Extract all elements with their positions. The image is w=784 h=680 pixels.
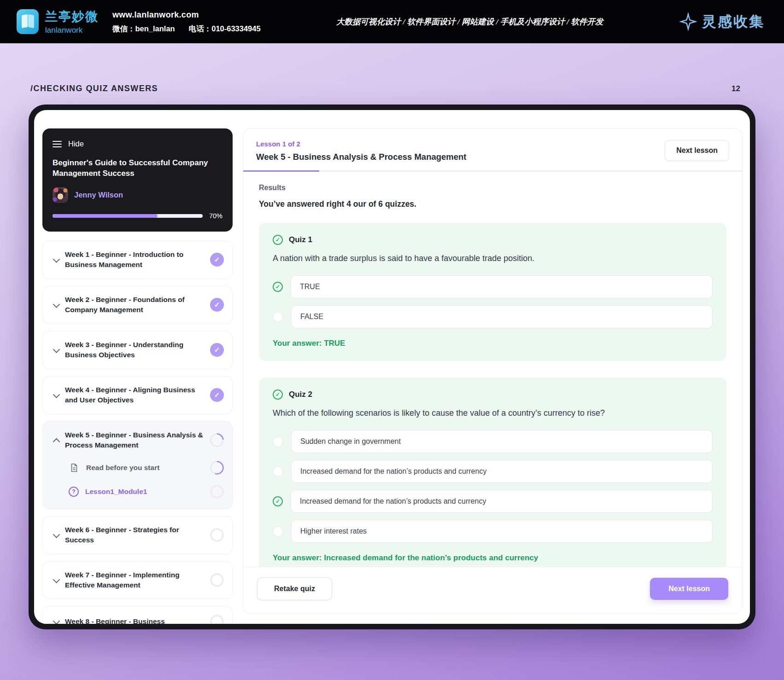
brand-block: 兰亭妙微 lanlanwork bbox=[17, 8, 99, 35]
chevron-down-icon[interactable] bbox=[50, 619, 62, 624]
week-row[interactable]: Week 4 - Beginner - Aligning Business an… bbox=[50, 385, 224, 406]
hamburger-icon[interactable] bbox=[53, 141, 62, 147]
week-label: Week 4 - Beginner - Aligning Business an… bbox=[65, 385, 207, 406]
option-box[interactable]: Sudden change in government bbox=[291, 430, 713, 453]
week-row[interactable]: Week 2 - Beginner - Foundations of Compa… bbox=[50, 295, 224, 315]
chevron-down-icon[interactable] bbox=[50, 533, 62, 538]
sidebar-week-item[interactable]: Week 6 - Beginner - Strategies for Succe… bbox=[42, 516, 233, 554]
week-label: Week 5 - Beginner - Business Analysis & … bbox=[65, 430, 207, 451]
option-box[interactable]: Increased demand for the nation’s produc… bbox=[291, 490, 713, 513]
week-progress-complete-icon bbox=[210, 298, 224, 312]
results-heading: Results bbox=[259, 184, 726, 192]
week-progress-complete-icon bbox=[210, 388, 224, 402]
week-label: Week 1 - Beginner - Introduction to Busi… bbox=[65, 250, 207, 270]
quiz-results-area: Results You’ve answered right 4 our of 6… bbox=[243, 172, 742, 567]
quiz-name: Quiz 1 bbox=[289, 235, 312, 244]
option-box[interactable]: TRUE bbox=[291, 275, 713, 298]
sidebar-week-item[interactable]: Week 5 - Beginner - Business Analysis & … bbox=[42, 421, 233, 509]
week-row[interactable]: Week 5 - Beginner - Business Analysis & … bbox=[50, 430, 224, 451]
week-label: Week 8 - Beginner - Business bbox=[65, 616, 207, 624]
option-radio-icon[interactable] bbox=[273, 526, 283, 537]
quiz-option-row: Sudden change in government bbox=[273, 430, 713, 453]
option-radio-icon[interactable] bbox=[273, 466, 283, 477]
quiz-header: Quiz 2 bbox=[273, 389, 713, 400]
option-selected-check-icon[interactable] bbox=[273, 282, 283, 292]
week-label: Week 7 - Beginner - Implementing Effecti… bbox=[65, 570, 207, 591]
lesson-footer: Retake quiz Next lesson bbox=[243, 567, 742, 613]
chevron-down-icon[interactable] bbox=[50, 257, 62, 262]
next-lesson-button-bottom[interactable]: Next lesson bbox=[650, 578, 728, 600]
instructor-name[interactable]: Jenny Wilson bbox=[74, 191, 123, 199]
progress-fill bbox=[53, 214, 158, 218]
sidebar-week-item[interactable]: Week 8 - Beginner - Business bbox=[42, 606, 233, 624]
week-progress-empty-icon bbox=[210, 615, 224, 624]
week-progress-complete-icon bbox=[210, 343, 224, 357]
lesson-title: Week 5 - Business Analysis & Process Man… bbox=[256, 152, 467, 162]
section-label: /CHECKING QUIZ ANSWERS bbox=[30, 84, 158, 93]
sidebar-week-item[interactable]: Week 1 - Beginner - Introduction to Busi… bbox=[42, 241, 233, 279]
week-progress-empty-icon bbox=[210, 528, 224, 542]
week-row[interactable]: Week 6 - Beginner - Strategies for Succe… bbox=[50, 525, 224, 546]
chevron-down-icon[interactable] bbox=[50, 302, 62, 308]
course-sidebar: Hide Beginner's Guide to Successful Comp… bbox=[42, 128, 233, 624]
quiz-card: Quiz 2Which of the following scenarios i… bbox=[259, 378, 726, 567]
week-progress-q25-icon bbox=[210, 433, 224, 447]
quiz-name: Quiz 2 bbox=[289, 390, 312, 399]
option-radio-icon[interactable] bbox=[273, 436, 283, 447]
sidebar-week-item[interactable]: Week 3 - Beginner - Understanding Busine… bbox=[42, 331, 233, 369]
course-title: Beginner's Guide to Successful Company M… bbox=[53, 157, 222, 179]
top-bar: 兰亭妙微 lanlanwork www.lanlanwork.com 微信：be… bbox=[0, 0, 784, 43]
course-progress: 70% bbox=[53, 212, 222, 220]
spark-star-icon bbox=[679, 12, 697, 31]
next-lesson-button-top[interactable]: Next lesson bbox=[665, 140, 729, 161]
option-radio-icon[interactable] bbox=[273, 312, 283, 322]
services-tagline: 大数据可视化设计 / 软件界面设计 / 网站建设 / 手机及小程序设计 / 软件… bbox=[275, 16, 665, 27]
week-row[interactable]: Week 1 - Beginner - Introduction to Busi… bbox=[50, 250, 224, 270]
week-progress-complete-icon bbox=[210, 253, 224, 267]
lesson-counter: Lesson 1 of 2 bbox=[256, 140, 467, 148]
lanlanwork-book-logo-icon bbox=[17, 9, 39, 34]
progress-track bbox=[53, 214, 203, 218]
retake-quiz-button[interactable]: Retake quiz bbox=[257, 577, 332, 600]
sidebar-week-item[interactable]: Week 2 - Beginner - Foundations of Compa… bbox=[42, 286, 233, 324]
hide-sidebar-button[interactable]: Hide bbox=[53, 139, 222, 148]
chevron-down-icon[interactable] bbox=[50, 578, 62, 583]
results-summary: You’ve answered right 4 our of 6 quizzes… bbox=[259, 199, 726, 209]
option-selected-check-icon[interactable] bbox=[273, 496, 283, 506]
wechat-contact: 微信：ben_lanlan bbox=[112, 25, 175, 33]
week-row[interactable]: Week 3 - Beginner - Understanding Busine… bbox=[50, 340, 224, 360]
quiz-option-row: Increased demand for the nation’s produc… bbox=[273, 490, 713, 513]
document-icon bbox=[69, 462, 80, 473]
sidebar-header: Hide Beginner's Guide to Successful Comp… bbox=[42, 128, 233, 232]
contact-block: www.lanlanwork.com 微信：ben_lanlan 电话：010-… bbox=[112, 11, 261, 33]
instructor-avatar bbox=[53, 187, 68, 203]
sidebar-week-item[interactable]: Week 4 - Beginner - Aligning Business an… bbox=[42, 376, 233, 414]
chevron-down-icon[interactable] bbox=[50, 348, 62, 353]
week-row[interactable]: Week 8 - Beginner - Business bbox=[50, 615, 224, 624]
week-label: Week 3 - Beginner - Understanding Busine… bbox=[65, 340, 207, 360]
sidebar-week-item[interactable]: Week 7 - Beginner - Implementing Effecti… bbox=[42, 561, 233, 599]
lesson-progress-line bbox=[243, 170, 742, 172]
lesson-progress-empty-icon bbox=[210, 485, 224, 499]
lesson-item-quiz[interactable]: ?Lesson1_Module1 bbox=[69, 485, 224, 499]
week-row[interactable]: Week 7 - Beginner - Implementing Effecti… bbox=[50, 570, 224, 591]
option-box[interactable]: FALSE bbox=[291, 305, 713, 328]
option-box[interactable]: Higher interest rates bbox=[291, 520, 713, 543]
quiz-header: Quiz 1 bbox=[273, 235, 713, 245]
progress-percent-label: 70% bbox=[209, 212, 222, 220]
quiz-option-row: TRUE bbox=[273, 275, 713, 298]
lesson-progress-line-fill bbox=[243, 170, 319, 172]
lesson-panel: Lesson 1 of 2 Week 5 - Business Analysis… bbox=[243, 128, 743, 614]
hide-label[interactable]: Hide bbox=[68, 139, 84, 148]
weeks-list: Week 1 - Beginner - Introduction to Busi… bbox=[42, 241, 233, 624]
quiz-option-row: Increased demand for the nation’s produc… bbox=[273, 460, 713, 483]
option-box[interactable]: Increased demand for the nation’s produc… bbox=[291, 460, 713, 483]
quiz-card: Quiz 1A nation with a trade surplus is s… bbox=[259, 223, 726, 361]
quiz-question: A nation with a trade surplus is said to… bbox=[273, 254, 713, 263]
chevron-down-icon[interactable] bbox=[50, 393, 62, 398]
lesson-item-reading[interactable]: Read before you start bbox=[69, 461, 224, 475]
chevron-up-icon[interactable] bbox=[50, 438, 62, 443]
quiz-option-row: Higher interest rates bbox=[273, 520, 713, 543]
quiz-correct-check-icon bbox=[273, 389, 283, 400]
quiz-correct-check-icon bbox=[273, 235, 283, 245]
